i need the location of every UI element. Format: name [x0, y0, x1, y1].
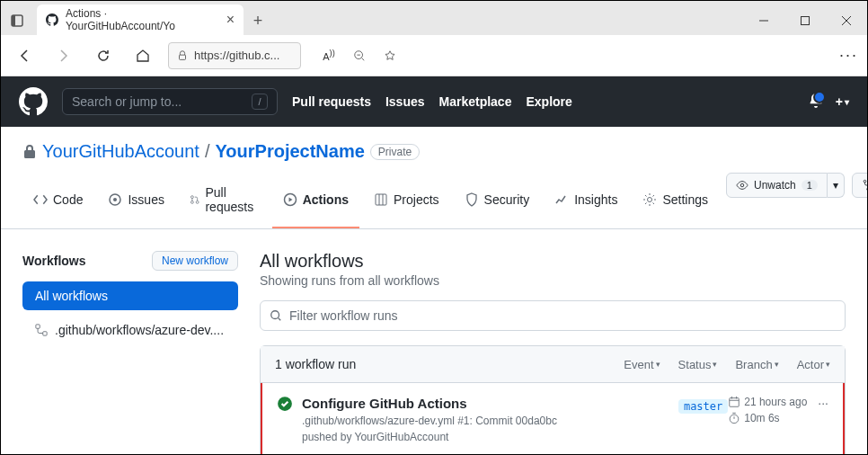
runs-list: 1 workflow run Event▾ Status▾ Branch▾ Ac… [260, 345, 846, 455]
workflow-icon [35, 324, 48, 336]
lock-icon [22, 145, 37, 159]
repo-owner-link[interactable]: YourGitHubAccount [42, 141, 199, 162]
fork-button[interactable]: Fork0 [852, 173, 868, 198]
url-text: https://github.c... [194, 49, 279, 62]
github-nav: Pull requests Issues Marketplace Explore [292, 94, 572, 109]
address-bar[interactable]: https://github.c... [168, 42, 301, 69]
search-icon [270, 309, 282, 322]
svg-point-19 [648, 198, 652, 202]
unwatch-button[interactable]: Unwatch1 [726, 173, 828, 198]
svg-line-26 [279, 318, 281, 321]
sidebar: Workflows New workflow All workflows .gi… [22, 251, 238, 455]
page-subtitle: Showing runs from all workflows [260, 273, 846, 288]
filter-branch[interactable]: Branch▾ [735, 358, 778, 371]
svg-rect-24 [43, 332, 47, 335]
repo-name-link[interactable]: YourProjectName [215, 141, 364, 162]
workflow-run-row[interactable]: Configure GitHub Actions .github/workflo… [261, 383, 845, 455]
eye-icon [736, 179, 748, 192]
svg-rect-23 [36, 325, 40, 328]
fork-icon [862, 179, 868, 192]
home-button[interactable] [128, 41, 157, 70]
github-header: Search or jump to... / Pull requests Iss… [1, 76, 867, 127]
tab-title: Actions · YourGitHubAccount/Yo [66, 7, 219, 32]
svg-line-8 [362, 58, 365, 60]
svg-rect-3 [802, 17, 810, 25]
repo-tabs: Code Issues Pull requests Actions Projec… [22, 178, 719, 228]
svg-rect-1 [12, 15, 15, 26]
window-close-button[interactable] [826, 6, 867, 35]
run-subtitle: .github/workflows/azure-dev.yml #1: Comm… [302, 413, 571, 445]
notifications-button[interactable] [809, 94, 823, 111]
tab-actions[interactable]: Actions [272, 178, 359, 228]
search-input[interactable]: Search or jump to... / [62, 88, 278, 115]
repo-actions: Unwatch1 ▾ Fork0 Star0 ▾ [726, 173, 868, 198]
unwatch-caret[interactable]: ▾ [828, 173, 845, 198]
visibility-badge: Private [370, 144, 420, 160]
new-tab-button[interactable]: + [244, 6, 272, 35]
tab-strip: Actions · YourGitHubAccount/Yo × + [1, 1, 272, 35]
tabs-overview-button[interactable] [1, 6, 33, 35]
repo-name: YourGitHubAccount / YourProjectName Priv… [22, 141, 719, 162]
favorite-button[interactable] [378, 41, 402, 70]
tab-issues[interactable]: Issues [97, 178, 174, 228]
window-maximize-button[interactable] [784, 6, 826, 35]
slash-key-icon: / [252, 94, 268, 110]
branch-badge[interactable]: master [678, 399, 728, 414]
repo-header: YourGitHubAccount / YourProjectName Priv… [1, 127, 867, 229]
lock-icon [176, 49, 189, 62]
refresh-button[interactable] [89, 41, 118, 70]
reader-button[interactable]: A)) [317, 41, 341, 70]
sidebar-all-workflows[interactable]: All workflows [22, 281, 238, 310]
nav-marketplace[interactable]: Marketplace [439, 94, 512, 109]
svg-rect-28 [730, 398, 740, 407]
back-button[interactable] [10, 41, 39, 70]
filter-actor[interactable]: Actor▾ [797, 358, 830, 371]
add-menu-button[interactable]: +▾ [836, 94, 849, 109]
filter-placeholder: Filter workflow runs [289, 308, 398, 323]
run-meta: 21 hours ago 10m 6s [728, 396, 807, 424]
nav-pull-requests[interactable]: Pull requests [292, 94, 371, 109]
svg-point-11 [113, 198, 117, 201]
github-icon [46, 13, 58, 26]
run-title[interactable]: Configure GitHub Actions [302, 396, 571, 411]
filter-status[interactable]: Status▾ [678, 358, 718, 371]
tab-pull-requests[interactable]: Pull requests [179, 178, 269, 228]
stopwatch-icon [728, 412, 740, 424]
tab-code[interactable]: Code [22, 178, 93, 228]
zoom-button[interactable] [348, 41, 371, 70]
tab-settings[interactable]: Settings [632, 178, 719, 228]
browser-tab[interactable]: Actions · YourGitHubAccount/Yo × [37, 4, 244, 35]
sidebar-title: Workflows [22, 254, 86, 268]
tab-security[interactable]: Security [454, 178, 541, 228]
page-heading: All workflows [260, 251, 846, 272]
calendar-icon [728, 396, 740, 408]
svg-point-20 [864, 180, 866, 183]
filter-event[interactable]: Event▾ [624, 358, 660, 371]
filter-input[interactable]: Filter workflow runs [260, 300, 846, 331]
svg-rect-6 [180, 55, 186, 59]
browser-url-bar: https://github.c... A)) ··· [1, 35, 867, 76]
main: Workflows New workflow All workflows .gi… [1, 229, 867, 455]
nav-issues[interactable]: Issues [385, 94, 425, 109]
tab-close-button[interactable]: × [226, 12, 235, 28]
svg-point-25 [271, 311, 279, 319]
svg-point-14 [196, 201, 199, 203]
svg-rect-16 [376, 194, 386, 205]
svg-point-13 [190, 201, 193, 203]
run-count: 1 workflow run [275, 357, 356, 371]
browser-menu-button[interactable]: ··· [839, 46, 858, 65]
success-icon [277, 396, 293, 445]
forward-button[interactable] [49, 41, 78, 70]
runs-header: 1 workflow run Event▾ Status▾ Branch▾ Ac… [261, 346, 845, 383]
tab-projects[interactable]: Projects [363, 178, 450, 228]
new-workflow-button[interactable]: New workflow [152, 251, 238, 271]
svg-point-12 [190, 196, 193, 199]
window-minimize-button[interactable] [743, 6, 784, 35]
content: All workflows Showing runs from all work… [260, 251, 846, 455]
run-menu-button[interactable]: ··· [818, 396, 828, 410]
github-logo[interactable] [19, 87, 48, 116]
search-placeholder: Search or jump to... [72, 94, 182, 109]
tab-insights[interactable]: Insights [544, 178, 628, 228]
nav-explore[interactable]: Explore [526, 94, 571, 109]
sidebar-workflow-file[interactable]: .github/workflows/azure-dev.... [22, 316, 238, 344]
